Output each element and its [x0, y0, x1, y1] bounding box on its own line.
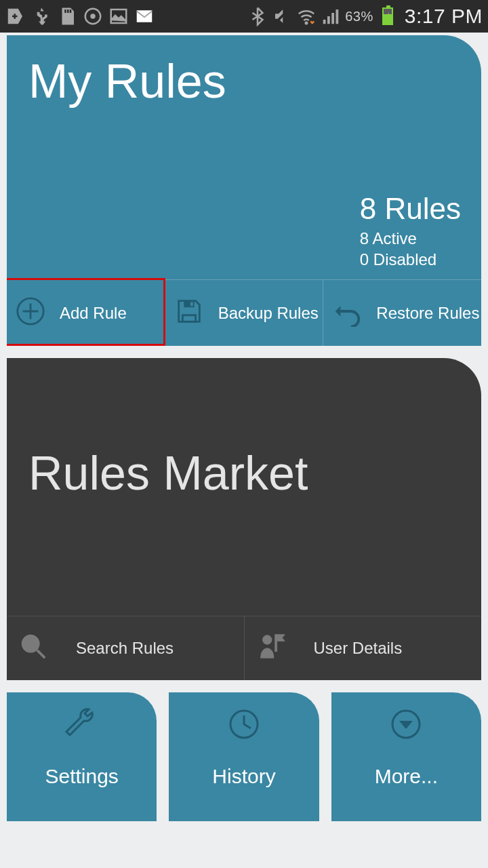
user-details-label: User Details: [314, 639, 403, 658]
more-tile[interactable]: More...: [331, 692, 481, 821]
svg-point-17: [262, 635, 271, 644]
svg-point-7: [306, 22, 308, 24]
my-rules-summary[interactable]: My Rules 8 Rules 8 Active 0 Disabled: [7, 35, 481, 279]
bottom-tiles: Settings History More...: [7, 692, 481, 821]
save-icon: [174, 296, 205, 331]
battery-icon: [378, 6, 398, 26]
search-rules-button[interactable]: Search Rules: [7, 616, 245, 680]
backup-rules-label: Backup Rules: [218, 304, 319, 323]
search-rules-label: Search Rules: [76, 639, 174, 658]
wifi-icon: [296, 6, 317, 26]
rules-disabled: 0 Disabled: [360, 249, 461, 270]
add-rule-label: Add Rule: [60, 304, 127, 323]
svg-rect-15: [190, 302, 193, 306]
rules-market-title: Rules Market: [28, 446, 308, 500]
battery-percent: 63%: [345, 9, 373, 24]
sd-card-icon: [57, 6, 77, 26]
my-rules-title: My Rules: [28, 54, 226, 108]
undo-icon: [331, 296, 363, 331]
history-tile[interactable]: History: [169, 692, 319, 821]
target-icon: [83, 6, 103, 26]
gmail-icon: [134, 6, 155, 26]
rules-market-summary[interactable]: Rules Market: [7, 358, 481, 616]
restore-rules-label: Restore Rules: [376, 304, 479, 323]
svg-rect-13: [182, 315, 195, 321]
svg-rect-9: [327, 16, 330, 24]
svg-rect-2: [70, 9, 72, 13]
rules-market-card[interactable]: Rules Market Search Rules User Details: [7, 358, 481, 680]
add-rule-button[interactable]: Add Rule: [7, 280, 165, 346]
user-flag-icon: [256, 631, 287, 666]
search-icon: [18, 631, 49, 666]
settings-label: Settings: [45, 765, 118, 788]
clock-icon: [224, 707, 264, 765]
svg-rect-10: [331, 13, 334, 24]
history-label: History: [212, 765, 275, 788]
plus-circle-icon: [15, 296, 46, 331]
wrench-icon: [62, 707, 102, 765]
svg-rect-8: [323, 20, 326, 24]
clock-time: 3:17 PM: [405, 5, 483, 28]
user-details-button[interactable]: User Details: [245, 616, 482, 680]
settings-tile[interactable]: Settings: [7, 692, 157, 821]
svg-point-4: [92, 15, 95, 18]
more-label: More...: [375, 765, 438, 788]
svg-rect-11: [336, 9, 339, 24]
mute-icon: [272, 6, 292, 26]
image-icon: [108, 6, 129, 26]
plus-tag-icon: [5, 6, 26, 26]
backup-rules-button[interactable]: Backup Rules: [165, 280, 324, 346]
chevron-down-circle-icon: [386, 707, 426, 765]
rules-active: 8 Active: [360, 228, 461, 249]
bluetooth-icon: [247, 6, 268, 26]
my-rules-card[interactable]: My Rules 8 Rules 8 Active 0 Disabled Add…: [7, 35, 481, 346]
status-bar: 63% 3:17 PM: [0, 0, 488, 33]
svg-rect-0: [64, 9, 66, 13]
svg-rect-1: [67, 9, 69, 13]
signal-icon: [321, 6, 341, 26]
usb-icon: [31, 6, 52, 26]
restore-rules-button[interactable]: Restore Rules: [323, 280, 481, 346]
rules-count: 8 Rules: [360, 194, 461, 224]
svg-point-16: [23, 636, 39, 652]
